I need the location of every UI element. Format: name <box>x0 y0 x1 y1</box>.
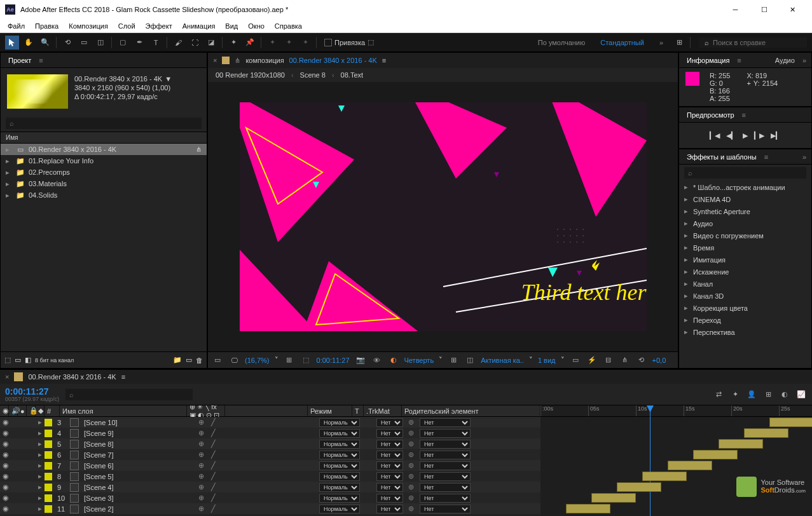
trkmat-select[interactable]: Нет <box>376 472 403 481</box>
timeline-layer-row[interactable]: ◉ ▸ 5 [Scene 8] ⊕ ╱ Нормаль Нет ⊚ Нет <box>0 438 540 449</box>
panel-menu-icon[interactable]: ≡ <box>764 153 768 161</box>
menu-composition[interactable]: Композиция <box>64 22 113 30</box>
project-col-name[interactable]: Имя <box>1 132 207 144</box>
camera-value[interactable]: Активная ка.. <box>481 356 524 364</box>
interpret-footage-icon[interactable]: ⬚ <box>4 356 11 364</box>
solo-col-icon[interactable]: ● <box>18 405 27 416</box>
first-frame-button[interactable]: ▎◀ <box>710 132 720 140</box>
project-folder-item[interactable]: ▸📁03.Materials <box>1 178 207 189</box>
mask-icon[interactable]: ◫ <box>464 355 476 366</box>
blend-mode-select[interactable]: Нормаль <box>319 461 360 470</box>
last-frame-button[interactable]: ▶▎ <box>771 132 781 140</box>
timeline-time[interactable]: 0:00:11:27 <box>5 387 59 396</box>
menu-view[interactable]: Вид <box>220 22 243 30</box>
workspace-standard[interactable]: Стандартный <box>594 39 650 46</box>
timeline-ruler[interactable]: :00s05s10s15s20s25s <box>540 405 812 417</box>
parent-select[interactable]: Нет <box>420 494 471 503</box>
blend-mode-select[interactable]: Нормаль <box>319 505 360 513</box>
snapshot-icon[interactable]: 📷 <box>355 355 366 366</box>
magnify-icon[interactable]: ▭ <box>212 355 223 366</box>
close-tab-icon[interactable]: × <box>5 373 9 381</box>
visibility-toggle[interactable]: ◉ <box>0 428 9 438</box>
col-trkmat[interactable]: .TrkMat <box>364 405 402 416</box>
visibility-toggle[interactable]: ◉ <box>0 460 9 471</box>
timeline-layer-row[interactable]: ◉ ▸ 9 [Scene 4] ⊕ ╱ Нормаль Нет ⊚ Нет <box>0 482 540 492</box>
shy-icon[interactable]: 👤 <box>746 389 757 400</box>
parent-select[interactable]: Нет <box>420 461 471 470</box>
menu-help[interactable]: Справка <box>270 22 307 30</box>
visibility-toggle[interactable]: ◉ <box>0 449 9 460</box>
blend-mode-select[interactable]: Нормаль <box>319 483 360 492</box>
comp-mini-flowchart-icon[interactable]: ⇄ <box>713 389 724 400</box>
layer-bar[interactable] <box>617 482 661 492</box>
col-parent[interactable]: Родительский элемент <box>402 405 540 416</box>
trkmat-select[interactable]: Нет <box>376 483 403 492</box>
project-folder-item[interactable]: ▸📁01.Replace Your Info <box>1 155 207 166</box>
effect-category-item[interactable]: ▸Видео с погружением <box>679 229 811 241</box>
visibility-toggle[interactable]: ◉ <box>0 471 9 482</box>
layer-bar[interactable] <box>591 493 636 503</box>
parent-select[interactable]: Нет <box>420 418 471 427</box>
views-value[interactable]: 1 вид <box>538 356 556 364</box>
lock-col-icon[interactable]: 🔒 <box>27 405 36 416</box>
menu-effect[interactable]: Эффект <box>141 22 177 30</box>
selection-tool[interactable] <box>5 36 19 50</box>
frame-blend-icon[interactable]: ⊞ <box>762 389 774 400</box>
workspace-reset-icon[interactable]: ⊞ <box>672 36 686 50</box>
timeline-layer-row[interactable]: ◉ ▸ 3 [Scene 10] ⊕ ╱ Нормаль Нет ⊚ Нет <box>0 417 540 428</box>
workspace-more-icon[interactable]: » <box>653 39 670 46</box>
parent-select[interactable]: Нет <box>420 440 471 449</box>
roi-icon[interactable]: ⬚ <box>300 355 312 366</box>
preview-tab[interactable]: Предпросмотр <box>684 110 737 120</box>
workspace-default[interactable]: По умолчанию <box>532 39 591 46</box>
monitor-icon[interactable]: 🖵 <box>228 355 240 366</box>
timeline-layer-row[interactable]: ◉ ▸ 8 [Scene 5] ⊕ ╱ Нормаль Нет ⊚ Нет <box>0 471 540 482</box>
project-folder-item[interactable]: ▸📁02.Precomps <box>1 166 207 178</box>
breadcrumb-item[interactable]: Scene 8 <box>300 71 326 79</box>
effect-category-item[interactable]: ▸Время <box>679 241 811 254</box>
effect-category-item[interactable]: ▸Synthetic Aperture <box>679 205 811 217</box>
audio-tab[interactable]: Аудио <box>773 55 797 65</box>
blend-mode-select[interactable]: Нормаль <box>319 440 360 449</box>
rect-tool[interactable]: ▢ <box>116 36 130 50</box>
panel-menu-icon[interactable]: ≡ <box>742 111 746 119</box>
eye-col-icon[interactable]: ◉ <box>0 405 9 416</box>
timeline-search-input[interactable] <box>65 389 193 400</box>
project-thumbnail[interactable] <box>7 74 68 109</box>
layer-bar[interactable] <box>693 450 738 459</box>
layer-label-icon[interactable] <box>45 473 52 480</box>
expand-icon[interactable]: » <box>802 153 806 161</box>
menu-layer[interactable]: Слой <box>113 22 141 30</box>
project-folder-item[interactable]: ▸📁04.Solids <box>1 189 207 201</box>
snap-icon[interactable]: ⬚ <box>368 38 374 46</box>
resolution-icon[interactable]: ⊞ <box>284 355 295 366</box>
graph-editor-icon[interactable]: 📈 <box>795 389 807 400</box>
blend-mode-select[interactable]: Нормаль <box>319 429 360 438</box>
reset-exposure-icon[interactable]: ⟲ <box>636 355 647 366</box>
zoom-value[interactable]: (16,7%) <box>245 356 270 364</box>
timeline-layer-row[interactable]: ◉ ▸ 4 [Scene 9] ⊕ ╱ Нормаль Нет ⊚ Нет <box>0 428 540 438</box>
grid-icon[interactable]: ⊞ <box>448 355 459 366</box>
layer-label-icon[interactable] <box>45 505 52 513</box>
project-search-input[interactable] <box>6 118 202 129</box>
pen-tool[interactable]: ✒ <box>132 36 146 50</box>
effect-category-item[interactable]: ▸Перспектива <box>679 326 811 338</box>
exposure-value[interactable]: +0,0 <box>652 356 666 364</box>
effect-category-item[interactable]: ▸Коррекция цвета <box>679 302 811 314</box>
timeline-layer-row[interactable]: ◉ ▸ 11 [Scene 2] ⊕ ╱ Нормаль Нет ⊚ Нет <box>0 503 540 514</box>
parent-select[interactable]: Нет <box>420 505 471 513</box>
timeline-bars[interactable] <box>540 417 812 516</box>
eraser-tool[interactable]: ◪ <box>204 36 218 50</box>
timeline-icon[interactable]: ⊟ <box>603 355 614 366</box>
fast-preview-icon[interactable]: ⚡ <box>586 355 598 366</box>
play-button[interactable]: ▶ <box>743 132 748 140</box>
trkmat-select[interactable]: Нет <box>376 494 403 503</box>
next-frame-button[interactable]: ▎▶ <box>754 132 764 140</box>
orbit-tool[interactable]: ⟲ <box>60 36 74 50</box>
layer-bar[interactable] <box>566 504 610 513</box>
new-comp-icon[interactable]: ▭ <box>15 356 21 364</box>
pixel-aspect-icon[interactable]: ▭ <box>570 355 581 366</box>
trkmat-select[interactable]: Нет <box>376 429 403 438</box>
trkmat-select[interactable]: Нет <box>376 505 403 513</box>
draft3d-icon[interactable]: ✦ <box>729 389 741 400</box>
